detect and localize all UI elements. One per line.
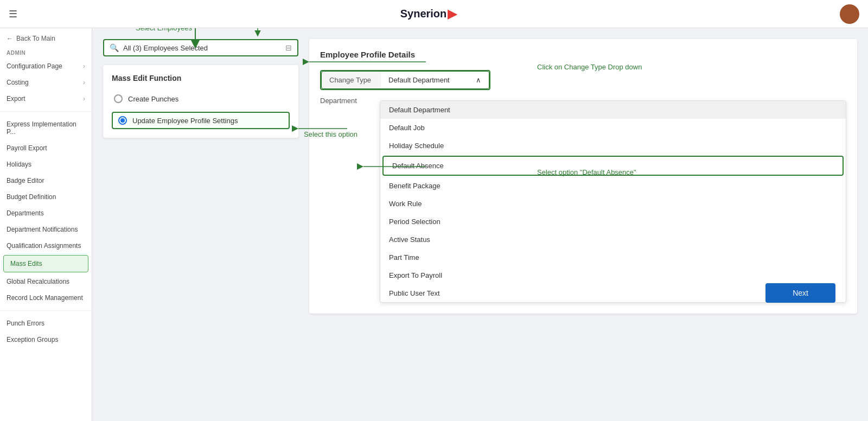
employee-profile-card: Employee Profile Details Change Type Def… <box>309 39 857 314</box>
chevron-icon: › <box>83 95 85 103</box>
next-button[interactable]: Next <box>765 283 835 303</box>
filter-icon[interactable]: ⊟ <box>285 43 292 52</box>
sidebar-item-punch-errors[interactable]: Punch Errors <box>0 315 92 331</box>
change-type-selector[interactable]: Change Type Default Department ∧ <box>320 70 490 90</box>
employee-search-bar[interactable]: 🔍 All (3) Employees Selected ⊟ <box>103 39 298 56</box>
sidebar-divider <box>0 111 92 112</box>
change-type-dropdown[interactable]: Default Department ∧ <box>381 71 489 89</box>
sidebar-item-mass-edits[interactable]: Mass Edits <box>3 255 88 272</box>
mass-edit-function-card: Mass Edit Function Create Punches Update… <box>103 65 298 138</box>
change-type-value: Default Department <box>388 76 450 84</box>
sidebar-item-budget[interactable]: Budget Definition <box>0 189 92 205</box>
hamburger-menu[interactable]: ☰ <box>9 8 17 20</box>
left-panel: Select Employees 🔍 All (3) Employees Sel… <box>103 39 298 410</box>
sidebar-divider-2 <box>0 310 92 311</box>
update-profile-label: Update Employee Profile Settings <box>132 117 238 125</box>
app-layout: ← Back To Main ADMIN Configuration Page … <box>0 28 868 421</box>
department-label: Department <box>320 97 363 105</box>
change-type-dropdown-menu: Default Department Default Job Holiday S… <box>380 100 846 303</box>
sidebar-item-export[interactable]: Export › <box>0 91 92 107</box>
sidebar-item-configuration[interactable]: Configuration Page › <box>0 58 92 74</box>
sidebar-item-express[interactable]: Express Implementation P... <box>0 116 92 140</box>
radio-update-profile[interactable] <box>118 116 127 125</box>
dropdown-item-4[interactable]: Benefit Package <box>380 177 846 195</box>
dropdown-item-8[interactable]: Part Time <box>380 248 846 266</box>
sidebar-item-departments[interactable]: Departments <box>0 205 92 221</box>
change-type-row: Change Type Default Department ∧ <box>320 70 846 90</box>
back-label: Back To Main <box>16 35 55 42</box>
chevron-icon: › <box>83 79 85 86</box>
sidebar-item-exception-groups[interactable]: Exception Groups <box>0 331 92 348</box>
sidebar-item-costing[interactable]: Costing › <box>0 74 92 91</box>
dropdown-item-2[interactable]: Holiday Schedule <box>380 137 846 155</box>
dropdown-item-5[interactable]: Work Rule <box>380 195 846 213</box>
avatar <box>840 4 859 24</box>
search-icon: 🔍 <box>110 43 119 52</box>
search-text: All (3) Employees Selected <box>123 44 281 52</box>
annotation-select-employees: Select Employees <box>136 28 192 32</box>
sidebar-item-dept-notifications[interactable]: Department Notifications <box>0 221 92 238</box>
dropdown-item-0[interactable]: Default Department <box>380 101 846 119</box>
right-card-title: Employee Profile Details <box>320 50 846 59</box>
back-to-main[interactable]: ← Back To Main <box>0 28 92 47</box>
main-content: Select Employees 🔍 All (3) Employees Sel… <box>92 28 868 421</box>
annotation-select-this: Select this option <box>304 130 358 138</box>
top-nav: ☰ Synerion ▶ <box>0 0 868 28</box>
dropdown-options-list: Default Department Default Job Holiday S… <box>380 100 846 303</box>
update-profile-option[interactable]: Update Employee Profile Settings <box>112 112 290 129</box>
dropdown-item-9[interactable]: Export To Payroll <box>380 266 846 284</box>
dropdown-item-7[interactable]: Active Status <box>380 231 846 248</box>
create-punches-label: Create Punches <box>128 95 178 103</box>
dropdown-item-6[interactable]: Period Selection <box>380 213 846 231</box>
sidebar-item-badge-editor[interactable]: Badge Editor <box>0 173 92 189</box>
chevron-down-icon: ∧ <box>476 76 481 84</box>
sidebar-item-payroll-export[interactable]: Payroll Export <box>0 140 92 156</box>
radio-create-punches[interactable] <box>114 94 123 103</box>
sidebar-item-record-lock[interactable]: Record Lock Management <box>0 290 92 306</box>
logo-text: Synerion <box>400 8 447 20</box>
card-title: Mass Edit Function <box>112 74 290 82</box>
change-type-label: Change Type <box>321 71 381 89</box>
annotation-click-dropdown: Click on Change Type Drop down <box>537 63 642 71</box>
dropdown-item-1[interactable]: Default Job <box>380 119 846 137</box>
sidebar: ← Back To Main ADMIN Configuration Page … <box>0 28 92 421</box>
chevron-icon: › <box>83 62 85 70</box>
right-panel: Employee Profile Details Change Type Def… <box>309 39 857 410</box>
sidebar-item-qualifications[interactable]: Qualification Assignments <box>0 238 92 254</box>
logo: Synerion ▶ <box>400 7 457 21</box>
sidebar-item-global-recalc[interactable]: Global Recalculations <box>0 273 92 290</box>
create-punches-option[interactable]: Create Punches <box>112 90 290 107</box>
logo-arrow: ▶ <box>448 7 457 21</box>
annotation-select-option: Select option "Default Absence" <box>537 168 636 176</box>
sidebar-item-holidays[interactable]: Holidays <box>0 156 92 173</box>
back-arrow-icon: ← <box>7 35 13 42</box>
admin-section-label: ADMIN <box>0 47 92 58</box>
